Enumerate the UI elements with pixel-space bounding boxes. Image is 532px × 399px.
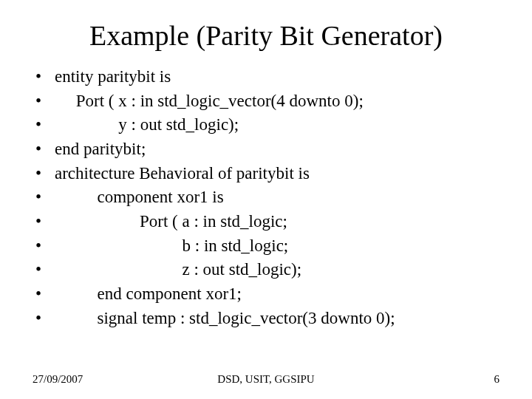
list-item: end component xor1; [33,282,502,307]
list-item: architecture Behavioral of paritybit is [33,162,502,186]
list-item: z : out std_logic); [33,258,502,282]
list-item: b : in std_logic; [33,234,502,259]
slide: Example (Parity Bit Generator) entity pa… [0,0,532,399]
footer-date: 27/09/2007 [33,373,83,386]
list-item: component xor1 is [33,185,502,210]
list-item: entity paritybit is [33,65,502,89]
list-item: Port ( a : in std_logic; [33,210,502,234]
list-item: end paritybit; [33,137,502,162]
list-item: signal temp : std_logic_vector(3 downto … [33,307,502,331]
slide-title: Example (Parity Bit Generator) [0,0,532,65]
bullet-list: entity paritybit is Port ( x : in std_lo… [33,65,502,330]
list-item: y : out std_logic); [33,113,502,137]
list-item: Port ( x : in std_logic_vector(4 downto … [33,89,502,114]
slide-body: entity paritybit is Port ( x : in std_lo… [0,65,532,330]
footer-page: 6 [494,373,500,386]
slide-footer: 27/09/2007 DSD, USIT, GGSIPU 6 [0,373,532,386]
